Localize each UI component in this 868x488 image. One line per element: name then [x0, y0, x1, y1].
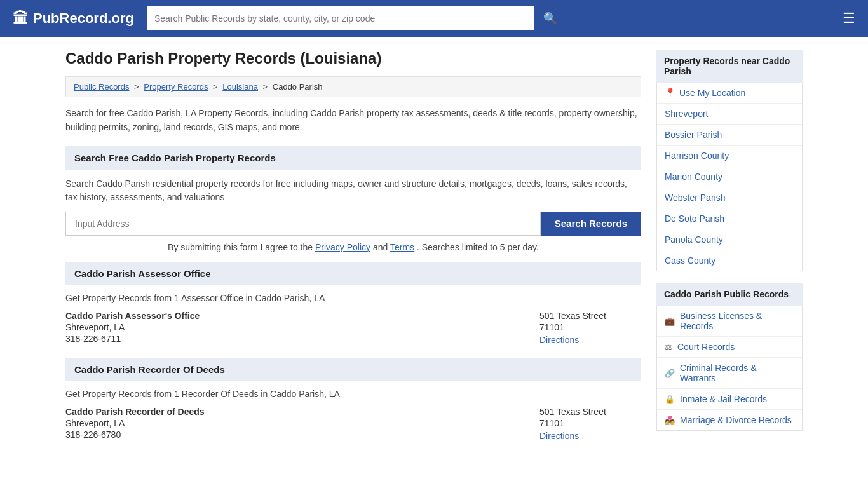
form-note-text: By submitting this form I agree to the — [168, 242, 313, 252]
page-description: Search for free Caddo Parish, LA Propert… — [65, 106, 641, 135]
sidebar-item-bossier-parish[interactable]: Bossier Parish — [657, 125, 802, 146]
page-title: Caddo Parish Property Records (Louisiana… — [65, 50, 641, 67]
assessor-office-name: Caddo Parish Assessor's Office — [65, 311, 514, 321]
sidebar-use-location[interactable]: 📍 Use My Location — [657, 83, 802, 104]
sidebar-item-harrison-county[interactable]: Harrison County — [657, 146, 802, 166]
site-header: 🏛 PubRecord.org 🔍 ☰ — [0, 0, 868, 37]
assessor-office-phone: 318-226-6711 — [65, 334, 514, 344]
sidebar-item-court-records[interactable]: ⚖ Court Records — [657, 337, 802, 358]
sidebar-public-section: Caddo Parish Public Records 💼 Business L… — [656, 283, 803, 431]
sidebar-item-webster-parish[interactable]: Webster Parish — [657, 187, 802, 208]
breadcrumb-sep-1: > — [134, 82, 141, 92]
breadcrumb-public-records[interactable]: Public Records — [74, 82, 129, 92]
marriage-icon: 💑 — [665, 416, 675, 425]
recorder-office-left: Caddo Parish Recorder of Deeds Shrevepor… — [65, 407, 514, 441]
recorder-office-zip: 71101 — [539, 418, 641, 428]
form-note-suffix: . Searches limited to 5 per day. — [417, 242, 539, 252]
sidebar: Property Records near Caddo Parish 📍 Use… — [656, 50, 803, 454]
assessor-office-left: Caddo Parish Assessor's Office Shrevepor… — [65, 311, 514, 345]
assessor-description: Get Property Records from 1 Assessor Off… — [65, 293, 641, 303]
breadcrumb-current: Caddo Parish — [273, 82, 323, 92]
recorder-description: Get Property Records from 1 Recorder Of … — [65, 389, 641, 399]
recorder-office-phone: 318-226-6780 — [65, 430, 514, 440]
recorder-office-city: Shreveport, LA — [65, 418, 514, 428]
assessor-office-entry: Caddo Parish Assessor's Office Shrevepor… — [65, 311, 641, 345]
breadcrumb-louisiana[interactable]: Louisiana — [222, 82, 258, 92]
breadcrumb-sep-2: > — [213, 82, 220, 92]
search-icon: 🔍 — [543, 12, 557, 25]
breadcrumb-sep-3: > — [263, 82, 270, 92]
assessor-section: Caddo Parish Assessor Office Get Propert… — [65, 262, 641, 345]
site-logo[interactable]: 🏛 PubRecord.org — [13, 10, 134, 27]
assessor-office-address: 501 Texas Street — [539, 311, 641, 321]
form-note: By submitting this form I agree to the P… — [65, 241, 641, 254]
global-search-input[interactable] — [147, 6, 534, 30]
sidebar-public-title: Caddo Parish Public Records — [656, 283, 803, 306]
search-records-button[interactable]: Search Records — [541, 212, 641, 236]
recorder-office-name: Caddo Parish Recorder of Deeds — [65, 407, 514, 417]
sidebar-nearby-list: 📍 Use My Location Shreveport Bossier Par… — [656, 83, 803, 271]
assessor-office-zip: 71101 — [539, 322, 641, 332]
privacy-policy-link[interactable]: Privacy Policy — [315, 242, 370, 252]
business-icon: 💼 — [665, 316, 675, 326]
sidebar-item-marion-county[interactable]: Marion County — [657, 166, 802, 187]
recorder-directions-link[interactable]: Directions — [539, 431, 579, 441]
sidebar-public-list: 💼 Business Licenses & Records ⚖ Court Re… — [656, 306, 803, 431]
logo-icon: 🏛 — [13, 10, 28, 27]
assessor-office-city: Shreveport, LA — [65, 322, 514, 332]
inmate-icon: 🔒 — [665, 395, 675, 404]
court-icon: ⚖ — [665, 342, 672, 352]
search-input-row: Search Records — [65, 212, 641, 236]
address-input[interactable] — [65, 212, 541, 236]
sidebar-item-business-licenses[interactable]: 💼 Business Licenses & Records — [657, 306, 802, 337]
logo-text: PubRecord.org — [33, 10, 134, 27]
search-form: Search Caddo Parish residential property… — [65, 177, 641, 254]
main-container: Caddo Parish Property Records (Louisiana… — [53, 37, 815, 466]
global-search: 🔍 — [147, 6, 566, 30]
sidebar-item-panola-county[interactable]: Panola County — [657, 229, 802, 250]
assessor-office-right: 501 Texas Street 71101 Directions — [539, 311, 641, 345]
sidebar-nearby-section: Property Records near Caddo Parish 📍 Use… — [656, 50, 803, 271]
recorder-office-entry: Caddo Parish Recorder of Deeds Shrevepor… — [65, 407, 641, 441]
recorder-section: Caddo Parish Recorder Of Deeds Get Prope… — [65, 358, 641, 441]
recorder-section-header: Caddo Parish Recorder Of Deeds — [65, 358, 641, 381]
main-content: Caddo Parish Property Records (Louisiana… — [65, 50, 641, 454]
hamburger-menu[interactable]: ☰ — [843, 10, 855, 27]
sidebar-item-inmate-records[interactable]: 🔒 Inmate & Jail Records — [657, 389, 802, 410]
recorder-office-address: 501 Texas Street — [539, 407, 641, 417]
assessor-directions-link[interactable]: Directions — [539, 335, 579, 345]
assessor-section-header: Caddo Parish Assessor Office — [65, 262, 641, 285]
sidebar-item-desoto-parish[interactable]: De Soto Parish — [657, 208, 802, 229]
search-section-header: Search Free Caddo Parish Property Record… — [65, 146, 641, 170]
breadcrumb: Public Records > Property Records > Loui… — [65, 76, 641, 97]
search-section-body: Search Caddo Parish residential property… — [65, 177, 641, 204]
global-search-button[interactable]: 🔍 — [534, 6, 566, 30]
sidebar-item-criminal-records[interactable]: 🔗 Criminal Records & Warrants — [657, 358, 802, 389]
sidebar-item-cass-county[interactable]: Cass County — [657, 250, 802, 271]
location-icon: 📍 — [665, 88, 675, 98]
terms-link[interactable]: Terms — [390, 242, 414, 252]
recorder-office-right: 501 Texas Street 71101 Directions — [539, 407, 641, 441]
breadcrumb-property-records[interactable]: Property Records — [144, 82, 208, 92]
sidebar-nearby-title: Property Records near Caddo Parish — [656, 50, 803, 83]
criminal-icon: 🔗 — [665, 369, 675, 378]
sidebar-item-shreveport[interactable]: Shreveport — [657, 104, 802, 125]
use-location-link[interactable]: Use My Location — [679, 88, 745, 98]
sidebar-item-marriage-records[interactable]: 💑 Marriage & Divorce Records — [657, 410, 802, 430]
